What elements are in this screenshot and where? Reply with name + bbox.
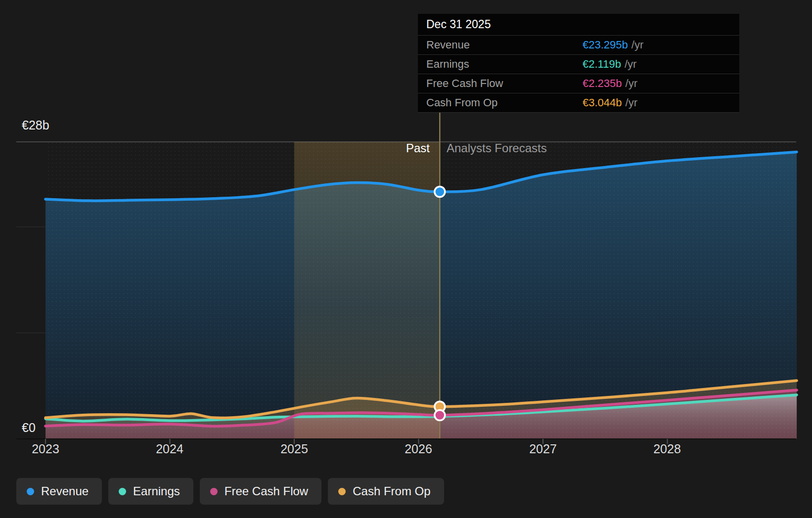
legend-item-free-cash-flow[interactable]: Free Cash Flow bbox=[200, 478, 321, 505]
tooltip-row-revenue: Revenue €23.295b /yr bbox=[418, 36, 739, 55]
legend-item-cash-from-op[interactable]: Cash From Op bbox=[328, 478, 444, 505]
tooltip-revenue-value: €23.295b bbox=[583, 39, 628, 51]
earnings-dot-icon bbox=[119, 488, 126, 495]
legend-fcf-label: Free Cash Flow bbox=[225, 484, 308, 498]
tooltip-revenue-label: Revenue bbox=[418, 39, 583, 51]
tooltip-row-cash-from-op: Cash From Op €3.044b /yr bbox=[418, 93, 739, 113]
cash-from-op-dot-icon bbox=[338, 488, 346, 495]
earnings-revenue-forecast-chart: €28b €0 2023 2024 2025 2026 2027 2028 Pa… bbox=[0, 0, 812, 518]
tooltip-row-earnings: Earnings €2.119b /yr bbox=[418, 55, 739, 74]
y-axis-zero-label: €0 bbox=[22, 420, 36, 435]
legend-item-revenue[interactable]: Revenue bbox=[16, 478, 102, 505]
legend-item-earnings[interactable]: Earnings bbox=[108, 478, 193, 505]
tooltip-cashop-suffix: /yr bbox=[626, 96, 637, 109]
x-axis-label-2027: 2027 bbox=[529, 442, 557, 456]
free-cash-flow-marker[interactable] bbox=[435, 410, 445, 421]
tooltip-cashop-label: Cash From Op bbox=[418, 96, 583, 109]
x-axis-label-2025: 2025 bbox=[280, 442, 308, 456]
tooltip-earnings-value: €2.119b bbox=[583, 58, 621, 71]
revenue-dot-icon bbox=[27, 488, 34, 495]
tooltip-fcf-label: Free Cash Flow bbox=[418, 77, 583, 90]
revenue-marker[interactable] bbox=[435, 187, 445, 197]
tooltip-date: Dec 31 2025 bbox=[418, 14, 739, 36]
legend-earnings-label: Earnings bbox=[133, 484, 180, 498]
tooltip-cashop-value: €3.044b bbox=[583, 96, 622, 109]
tooltip-row-free-cash-flow: Free Cash Flow €2.235b /yr bbox=[418, 74, 739, 93]
x-axis-label-2028: 2028 bbox=[653, 442, 681, 456]
analysts-forecasts-zone-label: Analysts Forecasts bbox=[447, 141, 547, 155]
free-cash-flow-dot-icon bbox=[210, 488, 218, 495]
tooltip-fcf-suffix: /yr bbox=[626, 77, 637, 90]
x-axis-label-2026: 2026 bbox=[405, 442, 432, 456]
past-zone-label: Past bbox=[406, 141, 430, 155]
x-axis-label-2024: 2024 bbox=[156, 442, 183, 456]
tooltip-revenue-suffix: /yr bbox=[632, 39, 643, 51]
chart-legend: Revenue Earnings Free Cash Flow Cash Fro… bbox=[16, 478, 444, 505]
tooltip-fcf-value: €2.235b bbox=[583, 77, 622, 90]
hover-tooltip: Dec 31 2025 Revenue €23.295b /yr Earning… bbox=[418, 14, 739, 113]
legend-revenue-label: Revenue bbox=[41, 484, 89, 498]
tooltip-earnings-suffix: /yr bbox=[625, 58, 636, 71]
legend-cashop-label: Cash From Op bbox=[353, 484, 430, 498]
x-axis-label-2023: 2023 bbox=[32, 442, 59, 456]
y-axis-top-label: €28b bbox=[22, 118, 49, 132]
tooltip-earnings-label: Earnings bbox=[418, 58, 583, 71]
